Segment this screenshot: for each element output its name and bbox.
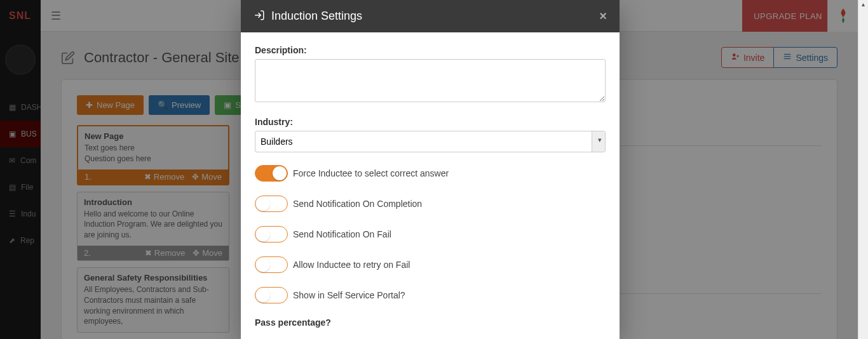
toggle-self-service[interactable]	[255, 287, 288, 303]
scroll-up-icon[interactable]: ▴	[859, 0, 868, 9]
toggle-self-service-label: Show in Self Service Portal?	[293, 290, 405, 300]
industry-label: Industry:	[255, 117, 606, 127]
toggle-force-correct[interactable]	[255, 165, 288, 182]
pass-percentage-label: Pass percentage?	[255, 317, 606, 328]
description-label: Description:	[255, 45, 606, 55]
modal-title: Induction Settings	[271, 10, 362, 23]
toggle-retry-fail[interactable]	[255, 256, 288, 273]
induction-settings-modal: Induction Settings × Description: Indust…	[241, 0, 620, 339]
toggle-notify-fail[interactable]	[255, 226, 288, 243]
toggle-notify-complete-label: Send Notification On Completion	[293, 199, 422, 209]
description-input[interactable]	[255, 59, 606, 102]
toggle-retry-fail-label: Allow Inductee to retry on Fail	[293, 260, 410, 270]
industry-select[interactable]: Builders	[255, 131, 606, 152]
login-icon	[254, 10, 265, 23]
toggle-notify-fail-label: Send Notification On Fail	[293, 229, 391, 239]
close-icon[interactable]: ×	[599, 9, 607, 23]
page-scrollbar[interactable]: ▴	[858, 0, 868, 339]
toggle-force-correct-label: Force Inductee to select correct answer	[293, 168, 449, 178]
toggle-notify-complete[interactable]	[255, 196, 288, 212]
